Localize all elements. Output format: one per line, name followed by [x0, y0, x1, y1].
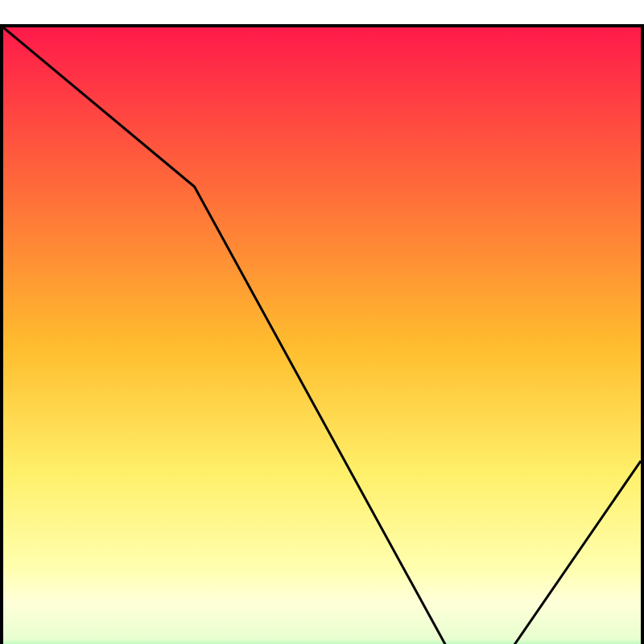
bottleneck-chart [0, 24, 644, 644]
chart-svg [3, 27, 641, 644]
svg-rect-0 [3, 27, 641, 644]
